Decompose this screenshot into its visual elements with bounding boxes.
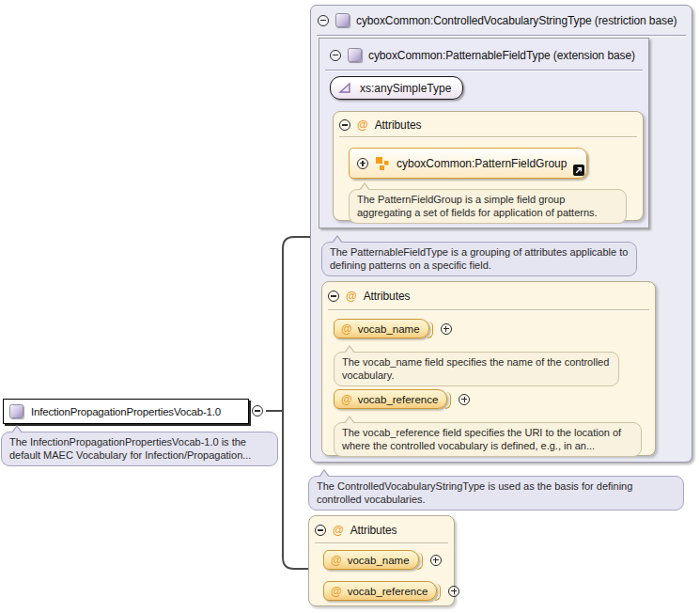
controlledvocabularystringtype-description: The ControlledVocabularyStringType is us… xyxy=(308,476,684,511)
attribute-name: vocab_name xyxy=(348,555,410,566)
element-attributes-section: @ Attributes @ vocab_name @ vocab_refere… xyxy=(308,515,455,606)
vocab-name-attribute[interactable]: @ vocab_name xyxy=(334,319,429,338)
type-square-icon xyxy=(9,404,23,418)
inner-type-collapse-toggle[interactable] xyxy=(330,50,341,61)
element-attributes-collapse-toggle[interactable] xyxy=(315,525,326,536)
base-type-name: xs:anySimpleType xyxy=(360,82,451,95)
navigate-to-definition-icon[interactable] xyxy=(573,165,584,176)
patternablefieldtype-container: cyboxCommon:PatternableFieldType (extens… xyxy=(319,38,649,228)
element-description: The InfectionPropagationPropertiesVocab-… xyxy=(1,432,278,466)
attribute-at-icon: @ xyxy=(357,119,368,131)
attribute-at-icon: @ xyxy=(331,586,342,597)
divider xyxy=(328,309,649,310)
outer-type-collapse-toggle[interactable] xyxy=(318,15,329,26)
attribute-at-icon: @ xyxy=(341,323,352,335)
attribute-row-vocab-name: @ vocab_name xyxy=(334,319,452,338)
patternablefieldtype-description: The PatternableFieldType is a grouping o… xyxy=(321,242,637,276)
element-infectionpropagationpropertiesvocab[interactable]: InfectionPropagationPropertiesVocab-1.0 xyxy=(3,399,249,424)
vocab-reference-expand-toggle[interactable] xyxy=(448,586,459,597)
element-collapse-toggle[interactable] xyxy=(252,405,263,417)
attribute-at-icon: @ xyxy=(331,555,342,566)
vocab-reference-description: The vocab_reference field specifies the … xyxy=(334,422,642,457)
base-type-badge[interactable]: xs:anySimpleType xyxy=(330,76,463,100)
vocab-name-expand-toggle[interactable] xyxy=(441,323,452,335)
simple-type-icon xyxy=(338,82,352,94)
vocab-reference-attribute[interactable]: @ vocab_reference xyxy=(323,581,437,601)
controlledvocabularystringtype-container: cyboxCommon:ControlledVocabularyStringTy… xyxy=(310,5,692,463)
attribute-name: vocab_name xyxy=(358,323,420,335)
divider xyxy=(339,136,637,137)
patternfieldgroup-description: The PatternFieldGroup is a simple field … xyxy=(349,189,627,224)
type-attributes-section: @ Attributes @ vocab_name The vocab_name… xyxy=(321,281,656,456)
divider xyxy=(325,70,643,71)
attribute-at-icon: @ xyxy=(346,291,357,302)
divider xyxy=(315,542,448,543)
attribute-row-vocab-reference: @ vocab_reference xyxy=(323,581,459,601)
inner-type-title: cyboxCommon:PatternableFieldType (extens… xyxy=(368,49,635,62)
inner-attributes-title: Attributes xyxy=(375,118,422,132)
inner-attributes-collapse-toggle[interactable] xyxy=(339,119,350,131)
outer-type-title: cyboxCommon:ControlledVocabularyStringTy… xyxy=(356,14,677,27)
patternfieldgroup-box[interactable]: cyboxCommon:PatternFieldGroup xyxy=(349,148,587,179)
attribute-name: vocab_reference xyxy=(358,394,439,405)
divider xyxy=(317,35,686,36)
vocab-name-description: The vocab_name field specifies the name … xyxy=(334,352,619,386)
schema-diagram: InfectionPropagationPropertiesVocab-1.0 … xyxy=(0,0,700,613)
element-name: InfectionPropagationPropertiesVocab-1.0 xyxy=(31,406,221,417)
element-attributes-title: Attributes xyxy=(350,524,397,537)
patternfieldgroup-name: cyboxCommon:PatternFieldGroup xyxy=(397,157,567,170)
vocab-name-expand-toggle[interactable] xyxy=(430,555,442,566)
vocab-reference-expand-toggle[interactable] xyxy=(459,394,470,405)
vocab-name-attribute[interactable]: @ vocab_name xyxy=(323,550,419,570)
type-square-icon xyxy=(335,13,350,27)
attribute-group-icon xyxy=(376,157,389,170)
type-square-icon xyxy=(348,48,362,62)
patternfieldgroup-expand-toggle[interactable] xyxy=(357,158,368,169)
vocab-reference-attribute[interactable]: @ vocab_reference xyxy=(334,389,447,409)
inner-attributes-section: @ Attributes cyboxCommon:PatternFieldGro… xyxy=(333,111,644,221)
attribute-at-icon: @ xyxy=(333,525,344,536)
type-attributes-collapse-toggle[interactable] xyxy=(328,291,339,302)
type-attributes-title: Attributes xyxy=(364,290,411,303)
attribute-name: vocab_reference xyxy=(348,586,428,597)
attribute-row-vocab-reference: @ vocab_reference xyxy=(334,389,470,409)
attribute-at-icon: @ xyxy=(341,394,352,405)
attribute-row-vocab-name: @ vocab_name xyxy=(323,550,442,570)
